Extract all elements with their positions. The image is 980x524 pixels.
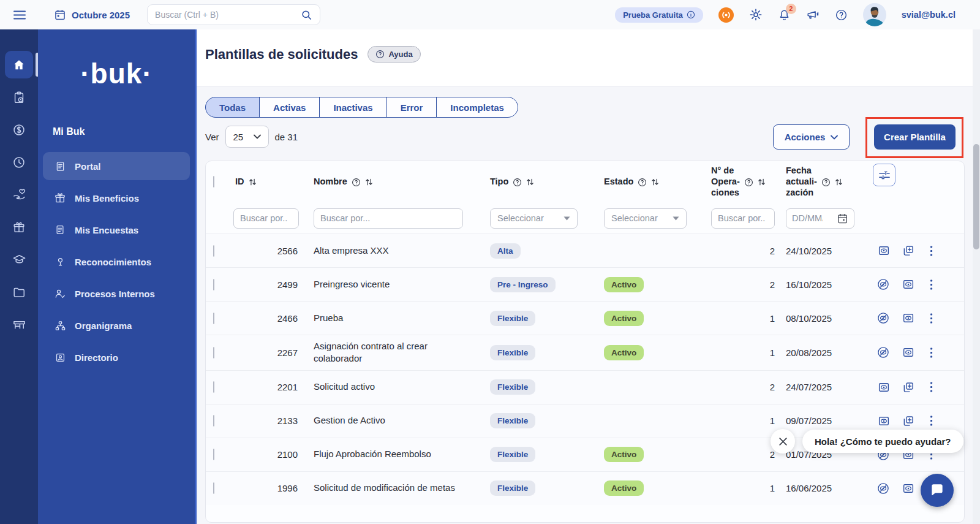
duplicate-icon[interactable]	[902, 381, 914, 393]
help-chip[interactable]: Ayuda	[368, 46, 420, 63]
chat-fab-button[interactable]	[921, 474, 954, 507]
sidebar-item-procesos-internos[interactable]: Procesos Internos	[43, 279, 190, 308]
filter-input-nombre[interactable]	[314, 208, 463, 229]
acciones-button[interactable]: Acciones	[773, 124, 850, 150]
row-checkbox[interactable]	[213, 347, 214, 359]
preview-icon[interactable]	[878, 381, 890, 393]
rail-item-benefits-hand[interactable]	[5, 181, 33, 208]
tab-todas[interactable]: Todas	[205, 97, 260, 118]
cell-tipo: Flexible	[474, 311, 587, 326]
user-email[interactable]: svial@buk.cl	[902, 10, 956, 20]
global-search[interactable]	[147, 4, 320, 25]
sidebar-item-mis-encuestas[interactable]: Mis Encuestas	[43, 216, 190, 244]
sort-estado-icon[interactable]	[651, 178, 659, 186]
help-fecha-icon[interactable]	[821, 178, 831, 187]
hide-icon[interactable]	[876, 311, 890, 325]
tipo-badge: Flexible	[490, 447, 535, 462]
rail-item-home[interactable]	[5, 51, 33, 78]
sort-tipo-icon[interactable]	[526, 178, 534, 186]
menu-icon[interactable]	[927, 279, 936, 290]
scrollbar-thumb[interactable]	[973, 144, 979, 249]
sort-id-icon[interactable]	[249, 178, 257, 186]
calendar-icon	[54, 9, 66, 21]
announcements-megaphone-icon[interactable]	[806, 8, 820, 21]
hide-icon[interactable]	[876, 346, 890, 359]
select-all-checkbox[interactable]	[213, 176, 214, 188]
help-nombre-icon[interactable]	[352, 178, 361, 187]
sort-nombre-icon[interactable]	[365, 178, 373, 186]
filter-select-estado[interactable]: Seleccionar	[604, 208, 687, 229]
preview-icon[interactable]	[878, 245, 890, 257]
sidebar-item-organigrama[interactable]: Organigrama	[43, 311, 190, 340]
tab-inactivas[interactable]: Inactivas	[319, 97, 386, 118]
filter-select-tipo[interactable]: Seleccionar	[490, 208, 578, 229]
page-scrollbar	[973, 29, 980, 524]
notifications-bell-icon[interactable]: 2	[778, 9, 791, 21]
sidebar-item-portal[interactable]: Portal	[43, 152, 190, 180]
hide-icon[interactable]	[876, 482, 890, 495]
tab-activas[interactable]: Activas	[259, 97, 320, 118]
info-icon	[687, 10, 695, 19]
menu-icon[interactable]	[927, 245, 936, 257]
preview-icon[interactable]	[902, 278, 914, 290]
row-checkbox[interactable]	[213, 313, 214, 324]
preview-icon[interactable]	[902, 312, 914, 324]
page-size-select[interactable]: 25	[225, 126, 269, 148]
rail-item-folder[interactable]	[5, 278, 33, 306]
cell-operaciones: 1	[698, 313, 776, 324]
search-icon[interactable]	[301, 9, 312, 21]
duplicate-icon[interactable]	[902, 415, 914, 427]
help-operaciones-icon[interactable]	[744, 178, 753, 187]
sort-operaciones-icon[interactable]	[758, 178, 766, 186]
menu-icon[interactable]	[927, 415, 936, 427]
tab-error[interactable]: Error	[386, 97, 437, 118]
preview-icon[interactable]	[902, 482, 914, 495]
search-input[interactable]	[155, 10, 301, 20]
help-estado-icon[interactable]	[638, 178, 647, 187]
sort-fecha-icon[interactable]	[835, 178, 843, 186]
row-checkbox[interactable]	[213, 449, 214, 460]
row-checkbox[interactable]	[213, 482, 214, 494]
settings-gear-icon[interactable]	[749, 8, 763, 21]
filter-date-fecha[interactable]: DD/MM/AAAA	[786, 208, 854, 229]
table-row: 1996Solicitud de modificación de metasFl…	[206, 471, 964, 505]
table-header-row: IDNombreTipoEstadoN° de Opera- cionesFec…	[206, 161, 964, 203]
filter-input-id[interactable]	[233, 208, 299, 229]
preview-icon[interactable]	[902, 346, 914, 359]
chat-message-bubble[interactable]: Hola! ¿Cómo te puedo ayudar?	[802, 430, 963, 453]
filter-input-operaciones[interactable]	[711, 208, 775, 229]
column-settings-button[interactable]	[873, 164, 895, 186]
row-checkbox[interactable]	[213, 381, 214, 393]
tipo-badge: Alta	[490, 243, 521, 259]
rail-item-education[interactable]	[5, 246, 33, 273]
rail-item-clock[interactable]	[5, 148, 33, 176]
help-icon[interactable]	[835, 9, 848, 21]
rail-item-desk[interactable]	[5, 311, 33, 338]
help-tipo-icon[interactable]	[513, 178, 522, 187]
hamburger-menu-icon[interactable]	[13, 10, 26, 20]
estado-badge: Activo	[604, 345, 644, 360]
period-selector[interactable]: Octubre 2025	[54, 9, 130, 21]
chat-close-button[interactable]	[771, 429, 795, 454]
sidebar-item-directorio[interactable]: Directorio	[43, 343, 190, 371]
preview-icon[interactable]	[878, 415, 890, 427]
duplicate-icon[interactable]	[902, 245, 914, 257]
sidebar-item-reconocimientos[interactable]: Reconocimientos	[43, 248, 190, 276]
rail-item-gift[interactable]	[5, 213, 33, 241]
broadcast-icon[interactable]	[718, 7, 734, 23]
sidebar-item-mis-beneficios[interactable]: Mis Beneficios	[43, 184, 190, 212]
menu-icon[interactable]	[927, 347, 936, 359]
rail-item-money[interactable]	[5, 116, 33, 143]
row-checkbox[interactable]	[213, 279, 214, 290]
row-checkbox[interactable]	[213, 415, 214, 427]
user-avatar[interactable]	[863, 3, 886, 26]
trial-badge[interactable]: Prueba Gratuita	[615, 7, 703, 23]
row-checkbox[interactable]	[213, 245, 214, 257]
menu-icon[interactable]	[927, 313, 936, 324]
crear-plantilla-button[interactable]: Crear Plantilla	[874, 124, 956, 150]
rail-item-clipboard[interactable]	[5, 83, 33, 111]
hide-icon[interactable]	[876, 278, 890, 291]
menu-icon[interactable]	[927, 381, 936, 393]
tab-incompletas[interactable]: Incompletas	[436, 97, 518, 118]
chat-bubble-icon	[929, 482, 945, 498]
